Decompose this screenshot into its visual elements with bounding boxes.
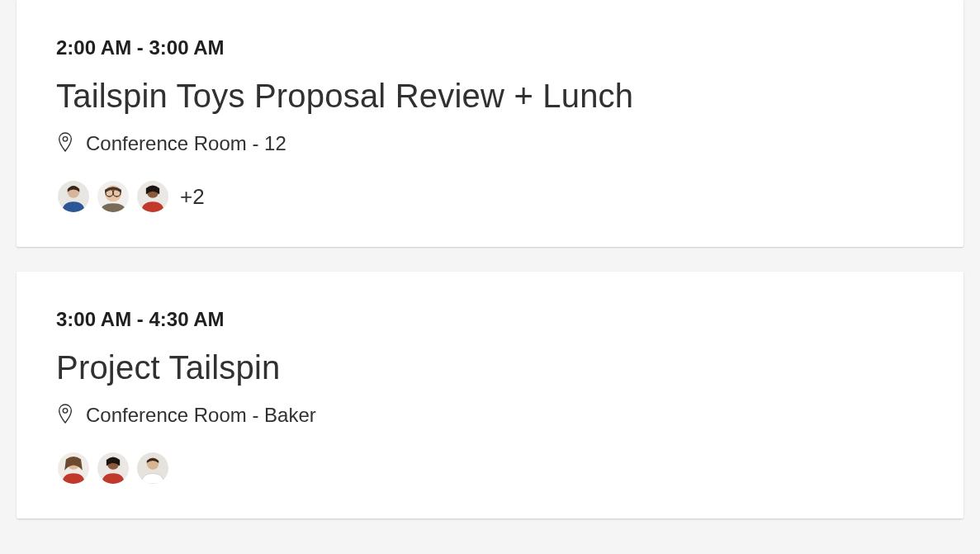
attendee-avatar[interactable] xyxy=(135,451,170,485)
attendee-avatar[interactable] xyxy=(56,451,91,485)
event-time: 2:00 AM - 3:00 AM xyxy=(56,36,963,59)
attendee-avatar[interactable] xyxy=(56,179,91,214)
location-pin-icon xyxy=(56,403,74,428)
events-container: 2:00 AM - 3:00 AM Tailspin Toys Proposal… xyxy=(0,0,980,518)
attendees-row: +2 xyxy=(56,179,963,214)
event-location-row: Conference Room - Baker xyxy=(56,403,963,428)
event-card[interactable]: 3:00 AM - 4:30 AM Project Tailspin Confe… xyxy=(17,272,963,518)
svg-point-0 xyxy=(63,137,68,142)
event-title: Project Tailspin xyxy=(56,349,963,386)
event-title: Tailspin Toys Proposal Review + Lunch xyxy=(56,78,963,115)
event-location: Conference Room - Baker xyxy=(86,404,316,427)
attendee-more-count[interactable]: +2 xyxy=(180,184,205,210)
attendee-avatar[interactable] xyxy=(96,451,130,485)
event-location: Conference Room - 12 xyxy=(86,132,286,155)
location-pin-icon xyxy=(56,131,74,156)
event-card[interactable]: 2:00 AM - 3:00 AM Tailspin Toys Proposal… xyxy=(17,0,963,247)
event-location-row: Conference Room - 12 xyxy=(56,131,963,156)
attendee-avatar[interactable] xyxy=(96,179,130,214)
svg-point-13 xyxy=(63,409,68,414)
attendee-avatar[interactable] xyxy=(135,179,170,214)
event-time: 3:00 AM - 4:30 AM xyxy=(56,308,963,331)
attendees-row xyxy=(56,451,963,485)
